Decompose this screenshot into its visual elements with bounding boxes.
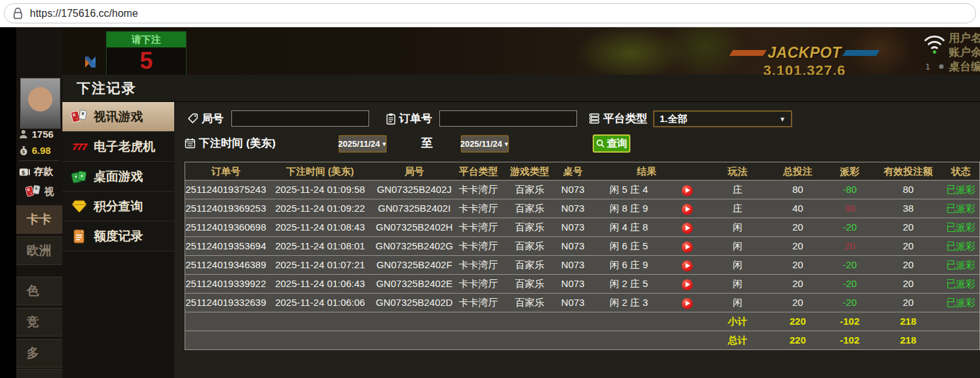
modal-menu: K 9 视讯游戏 777 电子老虎机 — [62, 102, 174, 378]
cell-replay — [669, 294, 705, 312]
cell-status: 已派彩 — [942, 294, 979, 312]
cell-game-type: 百家乐 — [502, 294, 558, 312]
col-payout: 派彩 — [825, 162, 874, 180]
url-field[interactable]: https://175616.cc/home — [4, 3, 976, 23]
cell-valid-bet: 38 — [874, 199, 942, 218]
menu-item-points-query[interactable]: 积分查询 — [62, 192, 174, 221]
cell-replay — [669, 199, 705, 218]
menu-item-slots[interactable]: 777 电子老虎机 — [62, 132, 174, 162]
bet-time-filter-label: 下注时间 (美东) — [185, 136, 276, 151]
cell-table-number: N073 — [558, 294, 588, 312]
cell-result: 闲 6 庄 9 — [588, 256, 669, 274]
table-games-icon — [71, 169, 88, 184]
bet-countdown-box: 请下注 5 — [106, 31, 187, 77]
browser-address-bar: https://175616.cc/home — [0, 0, 980, 27]
cell-play-type: 闲 — [705, 237, 770, 255]
date-to-select[interactable]: 2025/11/24 ▼ — [461, 135, 509, 153]
cell-payout: -80 — [825, 181, 874, 199]
menu-label: 电子老虎机 — [94, 138, 155, 155]
cell-bet-time: 2025-11-24 01:06:43 — [266, 275, 374, 293]
search-icon — [596, 139, 605, 148]
lobby-tab-slots[interactable]: 777 电子 — [16, 369, 62, 378]
bet-prompt-label: 请下注 — [107, 32, 186, 47]
table-row: 251124019346389 2025-11-24 01:07:21 GN07… — [185, 255, 979, 274]
cell-table-number: N073 — [558, 237, 588, 255]
cell-status: 已派彩 — [942, 199, 979, 218]
table-row: 251124019375243 2025-11-24 01:09:58 GN07… — [185, 180, 979, 199]
date-from-select[interactable]: 2025/11/24 ▼ — [339, 135, 387, 153]
platform-type-select[interactable]: 1.全部 ▼ — [653, 110, 792, 127]
cell-platform: 卡卡湾厅 — [455, 256, 502, 274]
play-video-button[interactable] — [682, 298, 693, 309]
cell-round-number: GN07325B2402D — [374, 294, 455, 312]
jackpot-label: JACKPOT — [767, 44, 841, 62]
cell-platform: 卡卡湾厅 — [455, 275, 502, 293]
camera-1[interactable]: 1 — [925, 62, 930, 71]
modal-content: 局号 订单号 — [174, 102, 980, 378]
lobby-tab-kaka[interactable]: 卡卡 — [16, 205, 62, 234]
player-id-row: 1756 — [19, 129, 53, 140]
lobby-tab-europe[interactable]: 欧洲 — [16, 236, 62, 265]
bet-records-table: 订单号 下注时间 (美东) 局号 平台类型 游戏类型 桌号 结果 玩法 总投注 … — [185, 162, 980, 350]
total-row: 总计 220 -102 218 — [185, 331, 979, 349]
col-valid: 有效投注额 — [874, 162, 942, 180]
search-button[interactable]: 查询 — [593, 134, 630, 153]
menu-item-video-games[interactable]: K 9 视讯游戏 — [62, 102, 174, 132]
col-play: 玩法 — [705, 162, 770, 180]
cell-order-number: 251124019346389 — [185, 256, 266, 274]
play-video-button[interactable] — [682, 279, 693, 290]
deposit-label: 存款 — [34, 166, 53, 178]
cell-bet-time: 2025-11-24 01:06:06 — [266, 294, 374, 312]
cell-round-number: GN07325B2402E — [374, 275, 455, 293]
cell-status: 已派彩 — [942, 256, 979, 274]
date-to-value: 2025/11/24 — [460, 139, 502, 149]
credit-doc-icon — [71, 229, 88, 244]
screen: https://175616.cc/home PLAYACE 请下注 5 JAC… — [0, 0, 980, 378]
lobby-sidebar: 1756 $ 6.98 $ 存款 — [16, 27, 62, 378]
jackpot-right-wing — [842, 50, 880, 56]
cell-platform: 卡卡湾厅 — [455, 218, 502, 236]
col-platform: 平台类型 — [455, 162, 502, 180]
modal-title: 下注记录 — [62, 75, 980, 102]
lobby-tab-jing[interactable]: 竞 — [16, 308, 62, 336]
cell-table-number: N073 — [558, 218, 588, 236]
play-video-button[interactable] — [682, 223, 693, 234]
cell-game-type: 百家乐 — [502, 181, 558, 199]
to-label: 至 — [421, 135, 433, 151]
play-video-button[interactable] — [682, 242, 693, 253]
subtotal-bet: 220 — [770, 312, 825, 331]
video-tab-row[interactable]: K 9 视 — [25, 184, 54, 199]
cell-play-type: 庄 — [705, 181, 770, 199]
cell-game-type: 百家乐 — [502, 275, 558, 293]
col-status: 状态 — [942, 162, 979, 180]
menu-item-credit-records[interactable]: 额度记录 — [62, 221, 174, 251]
balance-value: 6.98 — [32, 145, 51, 156]
lobby-tab-duo[interactable]: 多 — [16, 339, 62, 368]
cell-status: 已派彩 — [942, 237, 979, 255]
cell-payout: 20 — [825, 237, 874, 255]
play-video-button[interactable] — [682, 185, 693, 196]
subtotal-row: 小计 220 -102 218 — [185, 312, 979, 331]
divider — [19, 160, 59, 161]
order-number-input[interactable] — [439, 110, 577, 127]
slots-777-icon: 777 — [19, 370, 32, 378]
deposit-icon: $ — [19, 168, 31, 177]
cell-bet-time: 2025-11-24 01:08:01 — [266, 237, 374, 255]
username-label: 用户名称 — [949, 31, 980, 45]
balance-row: $ 6.98 — [19, 145, 51, 156]
col-result: 结果 — [588, 162, 705, 180]
menu-item-table-games[interactable]: 桌面游戏 — [62, 162, 174, 192]
total-valid: 218 — [874, 331, 942, 349]
round-number-input[interactable] — [231, 110, 369, 127]
play-video-button[interactable] — [682, 204, 693, 215]
deposit-button[interactable]: $ 存款 — [19, 166, 53, 178]
cell-replay — [669, 181, 705, 199]
menu-label: 桌面游戏 — [94, 168, 143, 185]
subtotal-valid: 218 — [874, 312, 942, 331]
play-video-button[interactable] — [682, 260, 693, 271]
cell-table-number: N073 — [558, 256, 588, 274]
cell-platform: 卡卡湾厅 — [455, 199, 502, 218]
lobby-tab-se[interactable]: 色 — [16, 277, 62, 305]
col-game: 游戏类型 — [502, 162, 558, 180]
cell-bet-time: 2025-11-24 01:08:43 — [266, 218, 374, 236]
